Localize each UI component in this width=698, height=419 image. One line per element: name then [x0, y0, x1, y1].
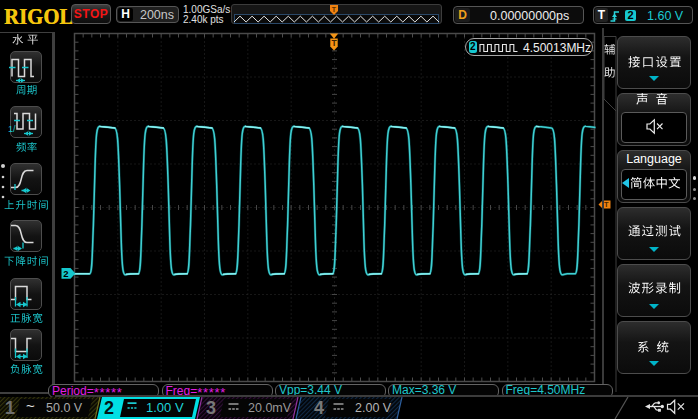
svg-text:2: 2 [63, 268, 68, 279]
svg-text:T: T [332, 6, 337, 13]
svg-text:1/: 1/ [8, 124, 16, 134]
svg-text:T: T [331, 38, 337, 48]
